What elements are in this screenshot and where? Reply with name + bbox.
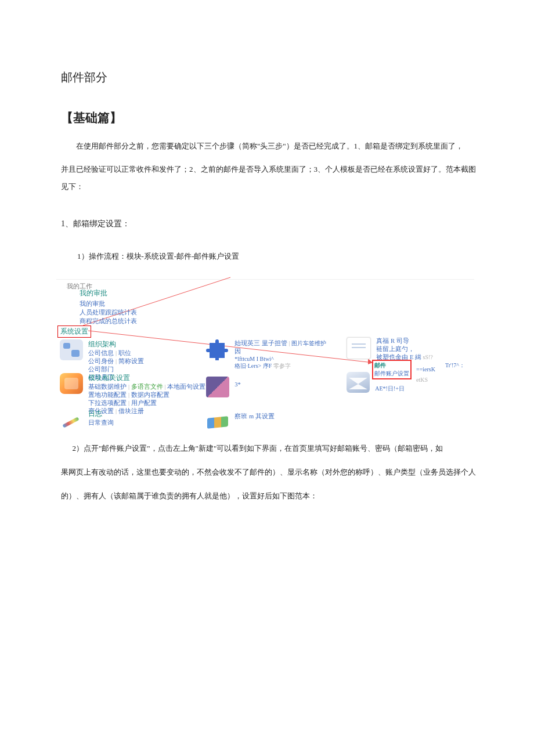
module-bricks[interactable]: 察班 m 其设置 bbox=[206, 409, 275, 430]
link-stat-1[interactable]: 人员处理跟踪统计表 bbox=[80, 308, 137, 317]
envelope-icon bbox=[347, 372, 370, 393]
lnk-mod-1c[interactable]: 本地面句设置 bbox=[167, 384, 205, 390]
lnk-company-identity[interactable]: 公司身份 bbox=[88, 358, 114, 364]
intro-line-1: 在使用邮件部分之前，您需要确定以下三个步骤（简称"头三步"）是否已经完成了。1、… bbox=[61, 138, 479, 155]
org-title: 组织架构 bbox=[88, 339, 143, 349]
lnk-abbrev[interactable]: 简称设置 bbox=[118, 358, 144, 364]
module-box-icon bbox=[60, 373, 83, 394]
plugin-l3: *lfttcuM I Btwi^ bbox=[234, 356, 326, 362]
note-l3c: sS!? bbox=[423, 354, 433, 360]
lnk-position[interactable]: 职位 bbox=[118, 350, 131, 356]
page-title: 邮件部分 bbox=[61, 70, 479, 85]
lnk-shift-settings[interactable]: 察班 m 其设置 bbox=[234, 413, 274, 419]
plugin-l4b: 零参字 bbox=[273, 363, 291, 369]
note-l1[interactable]: 真福 R 司导 bbox=[376, 337, 433, 345]
step-2-line-3: 的）、拥有人（该邮箱属于谁负责的拥有人就是他），设置好后如下图范本： bbox=[61, 488, 479, 504]
lnk-mod-3a[interactable]: 下拉选项配置 bbox=[88, 400, 127, 406]
square-icon bbox=[206, 377, 229, 397]
plugin-l2[interactable]: 因 bbox=[234, 348, 326, 356]
plugin-l4a[interactable]: 格旧·Lers> 序F bbox=[234, 363, 272, 369]
mail-box-title: 邮件 bbox=[374, 361, 409, 370]
plugin-l1a[interactable]: 始现英三 里子担管 bbox=[234, 340, 287, 346]
module-log[interactable]: 日志 日常查询 bbox=[60, 409, 114, 430]
note-l2[interactable]: 裢留上庭勺， bbox=[376, 345, 433, 353]
puzzle-icon bbox=[206, 339, 229, 360]
log-title: 日志 bbox=[88, 409, 114, 419]
lnk-mod-1a[interactable]: 基础数据维护 bbox=[88, 384, 127, 390]
lnk-mod-2a[interactable]: 置地功能配置 bbox=[88, 392, 127, 398]
section-title: 【基础篇】 bbox=[61, 110, 479, 126]
mail-r1: ==iersK bbox=[416, 366, 435, 372]
system-settings-tab-label: 系统设置 bbox=[60, 327, 88, 335]
bricks-icon bbox=[206, 409, 229, 430]
step-2-line-2: 果网页上有改动的话，这里也要变动的，不然会收发不了邮件的）、显示名称（对外您的称… bbox=[61, 464, 479, 480]
screenshot-panel: 我的工作 我的审批 我的审批 人员处理跟踪统计表 商程完成的总统计表 系统设置 … bbox=[56, 279, 474, 429]
lnk-company-dept[interactable]: 公司部门 bbox=[88, 366, 114, 372]
plugin-l1b[interactable]: 图片车签维护 bbox=[291, 340, 326, 346]
module-square[interactable]: 3* bbox=[206, 377, 241, 397]
link-my-approval[interactable]: 我的审批 bbox=[80, 299, 137, 308]
link-stat-2[interactable]: 商程完成的总统计表 bbox=[80, 317, 137, 325]
lnk-mod-4b[interactable]: 借块注册 bbox=[118, 408, 144, 414]
lnk-log-query[interactable]: 日常查询 bbox=[88, 419, 114, 426]
approval-title: 我的审批 bbox=[80, 288, 137, 298]
intro-line-2: 并且已经验证可以正常收件和发件了；2、之前的邮件是否导入系统里面了；3、个人模板… bbox=[61, 161, 479, 196]
subheading-1: 1、邮箱绑定设置： bbox=[61, 219, 479, 229]
note-tr: Tr'!7^： bbox=[445, 361, 465, 370]
highlight-system-settings[interactable]: 系统设置 bbox=[57, 325, 91, 338]
lnk-mod-1b[interactable]: 多语言文件 bbox=[131, 384, 163, 390]
step-2-line-1: 2）点开"邮件账户设置"，点击左上角"新建"可以看到如下界面，在首页里填写好邮箱… bbox=[61, 440, 479, 457]
note-icon bbox=[347, 337, 371, 359]
lnk-company-info[interactable]: 公司信息 bbox=[88, 350, 114, 356]
step-1: 1）操作流程：模块-系统设置-邮件-邮件账户设置 bbox=[77, 251, 479, 262]
lnk-mod-3b[interactable]: 用户配置 bbox=[131, 400, 157, 406]
pen-icon bbox=[60, 409, 83, 430]
lnk-mod-2b[interactable]: 数据内容配置 bbox=[131, 392, 169, 398]
document-page: 邮件部分 【基础篇】 在使用邮件部分之前，您需要确定以下三个步骤（简称"头三步"… bbox=[0, 0, 534, 756]
sq-l1[interactable]: 3* bbox=[234, 381, 241, 388]
module-title: 模块相关设置 bbox=[88, 373, 205, 383]
module-mail[interactable]: AE*!日!+日 bbox=[347, 372, 405, 393]
mail-r2: etKS bbox=[416, 377, 428, 383]
note-l3b: 緝 bbox=[415, 354, 421, 360]
module-plugin[interactable]: 始现英三 里子担管 | 图片车签维护 因 *lfttcuM I Btwi^ 格旧… bbox=[206, 339, 326, 370]
org-structure-icon bbox=[60, 339, 83, 360]
approval-group: 我的审批 我的审批 人员处理跟踪统计表 商程完成的总统计表 bbox=[80, 288, 137, 325]
mail-b[interactable]: AE*!日!+日 bbox=[375, 385, 405, 392]
